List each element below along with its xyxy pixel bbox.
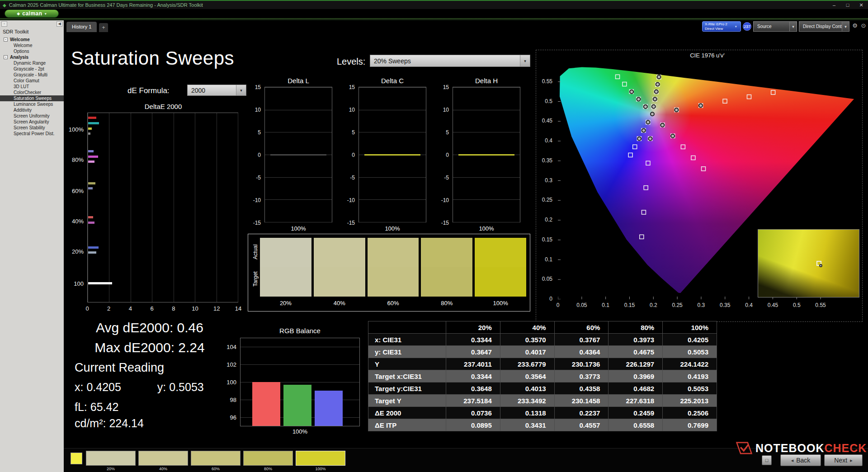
- patch-thumb-60%[interactable]: 60%: [191, 451, 241, 471]
- gear-icon[interactable]: ⚙: [851, 22, 859, 30]
- power-icon[interactable]: ⊙: [859, 22, 868, 30]
- chevron-down-icon: ▾: [45, 12, 47, 16]
- calman-menu-button[interactable]: ◆ calman ▾: [5, 9, 59, 18]
- axis-label: 15: [255, 84, 261, 90]
- cie-measurement-dot: [656, 83, 660, 86]
- axis-label: 5: [352, 129, 355, 136]
- display-control-value: Direct Display Control: [799, 22, 842, 31]
- cell-value: 0.3564: [500, 370, 554, 382]
- cell-value: 0.4675: [609, 346, 663, 358]
- sidebar-item-welcome[interactable]: -Welcome: [0, 37, 64, 42]
- deltae-bar: [88, 251, 96, 254]
- axis-label: 0: [446, 152, 449, 158]
- sidebar-item-options[interactable]: Options: [0, 48, 64, 54]
- axis-label: 0.4: [545, 137, 552, 144]
- axis-label: 0.35: [720, 302, 730, 308]
- page-title: Saturation Sweeps: [71, 47, 234, 69]
- cie-chart-title: CIE 1976 u'v': [558, 52, 857, 59]
- sidebar-item-screen-uniformity[interactable]: Screen Uniformity: [0, 113, 64, 119]
- tab-history-1[interactable]: History 1: [66, 22, 97, 32]
- axis-label: 104: [226, 344, 236, 350]
- dock-icon[interactable]: ▫: [1, 21, 7, 27]
- cell-value: 237.4011: [446, 358, 500, 370]
- sidebar-item-luminance-sweeps[interactable]: Luminance Sweeps: [0, 101, 64, 107]
- meter-selector-button[interactable]: X-Rite i1Pro 2 Direct View ▾: [702, 21, 741, 32]
- main-area: History 1 + X-Rite i1Pro 2 Direct View ▾…: [64, 20, 868, 472]
- next-button[interactable]: Next ▸: [824, 454, 863, 466]
- sidebar-item-label: Analysis: [10, 55, 28, 60]
- deltae-bar: [88, 132, 90, 135]
- window-mode-button[interactable]: □: [762, 455, 772, 465]
- tree-expander-icon[interactable]: -: [4, 55, 8, 59]
- patch-thumb-100%[interactable]: 100%: [296, 451, 345, 471]
- delta_h-data-line: [458, 154, 514, 156]
- patch-thumb-80%[interactable]: 80%: [243, 451, 293, 471]
- patch-label: 100%: [296, 467, 345, 471]
- axis-label: -15: [347, 220, 355, 226]
- axis-label: 0.1: [545, 256, 552, 263]
- maximize-button[interactable]: □: [841, 1, 854, 9]
- current-patch-swatch[interactable]: [71, 453, 82, 464]
- axis-label: -15: [441, 220, 449, 226]
- axis-label: 0: [352, 152, 355, 158]
- axis-label: 0.45: [542, 118, 552, 124]
- rgb-plot: [240, 338, 360, 426]
- cell-value: 0.3570: [500, 334, 554, 346]
- sidebar-item-welcome[interactable]: Welcome: [0, 42, 64, 48]
- axis-label: 4: [129, 305, 132, 312]
- axis-label: -5: [444, 175, 449, 181]
- sidebar-item-label: ColorChecker: [14, 90, 41, 95]
- patch-label: 20%: [86, 467, 136, 471]
- de-formula-dropdown[interactable]: 2000 ▾: [187, 85, 246, 96]
- patch-thumb-20%[interactable]: 20%: [86, 451, 136, 471]
- patch-color: [243, 451, 293, 466]
- cell-value: 0.3647: [446, 346, 500, 358]
- axis-label: 0.15: [542, 236, 552, 243]
- cell-value: 224.1422: [663, 358, 717, 370]
- sidebar-item-color-gamut[interactable]: Color Gamut: [0, 78, 64, 84]
- cell-value: 0.3969: [609, 370, 663, 382]
- gridline: [453, 177, 520, 178]
- axis-label: 80%: [72, 156, 84, 163]
- gridline: [453, 87, 520, 88]
- chevron-down-icon: ▾: [236, 85, 246, 95]
- minimize-button[interactable]: –: [827, 1, 841, 9]
- actual-swatch: [368, 238, 419, 267]
- sidebar-item-analysis[interactable]: -Analysis: [0, 54, 64, 60]
- sidebar-item-3d-lut[interactable]: 3D LUT: [0, 84, 64, 90]
- cie-measurement-dot: [637, 137, 641, 141]
- tree-expander-icon[interactable]: -: [4, 38, 8, 42]
- levels-dropdown[interactable]: 20% Sweeps ▾: [370, 55, 530, 67]
- cie-measurement-dot: [637, 97, 641, 101]
- display-control-dropdown[interactable]: Direct Display Control ▾: [799, 21, 849, 32]
- gridline: [265, 87, 332, 88]
- sidebar-item-spectral-power-dist-[interactable]: Spectral Power Dist.: [0, 131, 64, 137]
- close-button[interactable]: ✕: [854, 1, 868, 9]
- cie-target-square: [646, 161, 650, 165]
- patch-thumb-40%[interactable]: 40%: [138, 451, 188, 471]
- sidebar-item-grayscale-2pt[interactable]: Grayscale - 2pt: [0, 66, 64, 72]
- collapse-sidebar-icon[interactable]: ◀: [57, 21, 62, 27]
- deltae-2000-chart: DeltaE 2000 100%80%60%40%20%100 02468101…: [68, 103, 245, 319]
- cell-value: 0.3344: [446, 334, 500, 346]
- sidebar-item-additivity[interactable]: Additivity: [0, 107, 64, 113]
- sidebar-item-saturation-sweeps[interactable]: Saturation Sweeps: [0, 95, 64, 101]
- cie-measurement-dot: [653, 97, 657, 101]
- cie-target-square: [771, 90, 775, 94]
- table-header: 20%: [446, 321, 500, 334]
- gridline: [217, 113, 217, 302]
- sidebar-item-dynamic-range[interactable]: Dynamic Range: [0, 60, 64, 66]
- sidebar-item-screen-stability[interactable]: Screen Stability: [0, 125, 64, 131]
- back-button[interactable]: ◂ Back: [780, 454, 821, 466]
- cie-measurement-dot: [671, 134, 675, 138]
- meter-count-badge: 237: [743, 22, 751, 31]
- sidebar-item-label: Saturation Sweeps: [14, 96, 52, 101]
- cell-value: 0.6558: [609, 419, 663, 431]
- axis-label: 0.3: [545, 177, 552, 184]
- source-dropdown[interactable]: Source ▾: [753, 21, 797, 32]
- sidebar-item-colorchecker[interactable]: ColorChecker: [0, 90, 64, 95]
- add-tab-button[interactable]: +: [99, 23, 108, 32]
- sidebar-item-grayscale-multi[interactable]: Grayscale - Multi: [0, 72, 64, 78]
- sidebar-item-screen-angularity[interactable]: Screen Angularity: [0, 119, 64, 125]
- cell-value: 0.4017: [500, 346, 554, 358]
